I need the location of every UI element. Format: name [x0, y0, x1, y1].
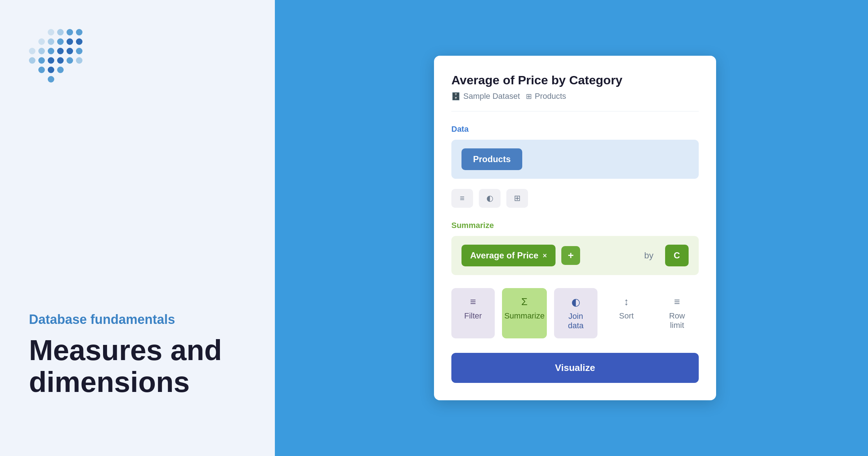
- table-icon: ⊞: [526, 92, 532, 101]
- filter-label: Filter: [464, 311, 482, 321]
- breadcrumb: 🗄️ Sample Dataset ⊞ Products: [451, 92, 699, 101]
- summarize-button[interactable]: Σ Summarize: [502, 288, 547, 338]
- table-label: Products: [535, 92, 566, 101]
- toggle-icon-btn[interactable]: ◐: [479, 189, 501, 208]
- data-section: Products: [451, 140, 699, 179]
- data-section-label: Data: [451, 124, 699, 134]
- main-title: Measures and dimensions: [29, 334, 222, 398]
- text-block: Database fundamentals Measures and dimen…: [29, 312, 222, 398]
- card-title: Average of Price by Category: [451, 73, 699, 87]
- left-panel: Database fundamentals Measures and dimen…: [0, 0, 275, 456]
- by-label: by: [644, 250, 653, 261]
- join-btn-icon: ◐: [571, 296, 580, 308]
- avg-price-close[interactable]: ×: [543, 252, 547, 260]
- category-button[interactable]: C: [665, 245, 689, 266]
- dataset-icon: 🗄️: [451, 92, 460, 101]
- summarize-btn-icon: Σ: [521, 296, 527, 308]
- sort-btn-icon: ↕: [624, 296, 629, 308]
- products-button[interactable]: Products: [461, 148, 522, 170]
- subtitle: Database fundamentals: [29, 312, 222, 327]
- filter-button[interactable]: ≡ Filter: [451, 288, 495, 338]
- icons-row: ≡ ◐ ⊞: [451, 189, 699, 208]
- avg-price-button[interactable]: Average of Price ×: [461, 245, 556, 266]
- sort-label: Sort: [619, 311, 634, 321]
- add-metric-button[interactable]: +: [561, 246, 580, 265]
- filter-btn-icon: ≡: [470, 296, 476, 308]
- sort-button[interactable]: ↕ Sort: [605, 288, 648, 338]
- action-buttons: ≡ Filter Σ Summarize ◐ Join data ↕ Sort …: [451, 288, 699, 338]
- filter-icon: ≡: [460, 194, 465, 203]
- toggle-icon: ◐: [486, 194, 493, 203]
- right-panel: Average of Price by Category 🗄️ Sample D…: [275, 0, 868, 456]
- card-header: Average of Price by Category 🗄️ Sample D…: [451, 73, 699, 111]
- join-data-button[interactable]: ◐ Join data: [554, 288, 597, 338]
- logo: [29, 29, 82, 83]
- grid-icon-btn[interactable]: ⊞: [506, 189, 528, 208]
- grid-icon: ⊞: [514, 194, 520, 203]
- join-label: Join data: [564, 312, 587, 330]
- visualize-button[interactable]: Visualize: [451, 353, 699, 383]
- dataset-breadcrumb: 🗄️ Sample Dataset: [451, 92, 520, 101]
- summarize-section: Average of Price × + by C: [451, 236, 699, 275]
- query-card: Average of Price by Category 🗄️ Sample D…: [434, 56, 716, 400]
- filter-icon-btn[interactable]: ≡: [451, 189, 473, 208]
- row-limit-label: Row limit: [665, 311, 689, 330]
- dataset-label: Sample Dataset: [463, 92, 520, 101]
- row-limit-button[interactable]: ≡ Row limit: [655, 288, 699, 338]
- summarize-section-label: Summarize: [451, 221, 699, 230]
- table-breadcrumb: ⊞ Products: [526, 92, 566, 101]
- row-limit-btn-icon: ≡: [674, 296, 680, 308]
- avg-price-label: Average of Price: [470, 250, 539, 261]
- summarize-label: Summarize: [504, 311, 544, 321]
